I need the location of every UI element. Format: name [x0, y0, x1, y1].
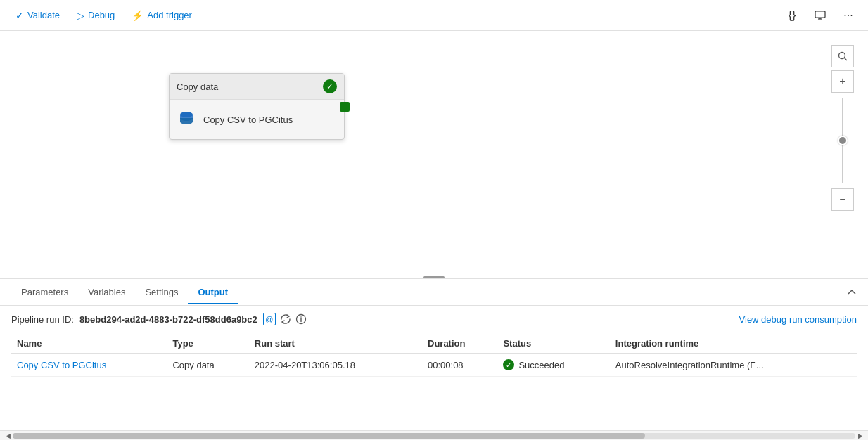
- validate-button[interactable]: ✓ Validate: [8, 6, 67, 25]
- scrollbar-track[interactable]: [13, 433, 855, 439]
- toolbar: ✓ Validate ▷ Debug ⚡ Add trigger {} ···: [0, 0, 868, 31]
- zoom-slider-thumb[interactable]: [838, 136, 848, 145]
- toolbar-right-actions: {} ···: [781, 4, 860, 27]
- col-name: Name: [11, 334, 167, 354]
- refresh-run-button[interactable]: [280, 313, 291, 325]
- code-view-button[interactable]: {}: [781, 4, 803, 27]
- zoom-slider[interactable]: [842, 96, 843, 186]
- add-trigger-label: Add trigger: [147, 10, 192, 20]
- node-activity-label: Copy CSV to PGCitus: [203, 115, 293, 125]
- collapse-panel-button[interactable]: [847, 287, 857, 297]
- zoom-controls: + −: [831, 45, 854, 211]
- node-connector: [340, 102, 350, 112]
- trigger-icon: ⚡: [132, 10, 143, 21]
- monitor-icon: [815, 10, 826, 21]
- tab-variables[interactable]: Variables: [78, 281, 135, 304]
- col-type: Type: [167, 334, 248, 354]
- view-debug-link[interactable]: View debug run consumption: [739, 314, 857, 325]
- scrollbar-thumb[interactable]: [13, 433, 645, 439]
- row-type: Copy data: [167, 354, 248, 377]
- row-name: Copy CSV to PGCitus: [11, 354, 167, 377]
- horizontal-scrollbar[interactable]: ◀ ▶: [0, 430, 868, 440]
- pipeline-run-id: 8bebd294-ad2d-4883-b722-df58dd6a9bc2: [79, 314, 257, 325]
- pipeline-run-label: Pipeline run ID:: [11, 314, 74, 325]
- chevron-up-icon: [847, 287, 857, 297]
- svg-point-8: [300, 316, 302, 318]
- tab-output[interactable]: Output: [188, 281, 238, 304]
- table-header-row: Name Type Run start Duration Status Inte…: [11, 334, 857, 354]
- zoom-out-button[interactable]: −: [831, 188, 854, 211]
- canvas-area: Copy data ✓ Copy CSV to PGCitus +: [0, 31, 868, 278]
- svg-rect-0: [815, 11, 825, 18]
- more-options-button[interactable]: ···: [837, 4, 860, 27]
- col-status: Status: [497, 334, 609, 354]
- status-success-icon: ✓: [503, 359, 514, 370]
- row-status: ✓ Succeeded: [497, 354, 609, 377]
- row-duration: 00:00:08: [422, 354, 497, 377]
- bottom-panel: Parameters Variables Settings Output Pip…: [0, 278, 868, 440]
- ellipsis-icon: ···: [843, 9, 853, 22]
- monitor-button[interactable]: [809, 4, 831, 27]
- table-row: Copy CSV to PGCitus Copy data 2022-04-20…: [11, 354, 857, 377]
- node-header-title: Copy data: [177, 82, 218, 92]
- node-success-icon: ✓: [323, 79, 337, 93]
- pipeline-node[interactable]: Copy data ✓ Copy CSV to PGCitus: [169, 73, 345, 140]
- zoom-in-button[interactable]: +: [831, 70, 854, 93]
- scroll-left-arrow[interactable]: ◀: [3, 431, 13, 441]
- add-trigger-button[interactable]: ⚡ Add trigger: [125, 6, 199, 25]
- tab-parameters[interactable]: Parameters: [11, 281, 78, 304]
- tab-settings[interactable]: Settings: [135, 281, 188, 304]
- tabs-row: Parameters Variables Settings Output: [0, 279, 868, 306]
- status-label: Succeeded: [518, 360, 564, 370]
- activity-name-link[interactable]: Copy CSV to PGCitus: [17, 360, 106, 370]
- node-header: Copy data ✓: [170, 74, 344, 100]
- canvas-divider: [423, 276, 445, 278]
- validate-icon: ✓: [15, 10, 24, 21]
- search-icon: [838, 51, 848, 61]
- svg-point-4: [839, 53, 845, 59]
- row-integration-runtime: AutoResolveIntegrationRuntime (E...: [610, 354, 857, 377]
- db-icon: [177, 110, 196, 129]
- debug-label: Debug: [88, 10, 115, 20]
- output-table: Name Type Run start Duration Status Inte…: [11, 334, 857, 377]
- zoom-slider-track: [842, 98, 843, 183]
- row-run-start: 2022-04-20T13:06:05.18: [249, 354, 422, 377]
- col-integration-runtime: Integration runtime: [610, 334, 857, 354]
- scroll-right-arrow[interactable]: ▶: [855, 431, 865, 441]
- at-icon[interactable]: @: [263, 313, 276, 325]
- minus-icon: −: [839, 193, 845, 206]
- col-duration: Duration: [422, 334, 497, 354]
- info-icon: [295, 313, 307, 325]
- info-button[interactable]: [295, 313, 307, 325]
- debug-icon: ▷: [77, 10, 84, 21]
- refresh-icon: [280, 313, 291, 325]
- svg-line-5: [845, 58, 848, 61]
- plus-icon: +: [839, 75, 845, 88]
- pipeline-run-row: Pipeline run ID: 8bebd294-ad2d-4883-b722…: [11, 313, 857, 325]
- zoom-search-button[interactable]: [831, 45, 854, 67]
- node-body: Copy CSV to PGCitus: [170, 100, 344, 139]
- status-cell: ✓ Succeeded: [503, 359, 604, 370]
- output-panel: Pipeline run ID: 8bebd294-ad2d-4883-b722…: [0, 306, 868, 430]
- run-action-buttons: @: [263, 313, 307, 325]
- col-run-start: Run start: [249, 334, 422, 354]
- validate-label: Validate: [27, 10, 60, 20]
- debug-button[interactable]: ▷ Debug: [70, 6, 122, 25]
- code-icon: {}: [789, 9, 796, 22]
